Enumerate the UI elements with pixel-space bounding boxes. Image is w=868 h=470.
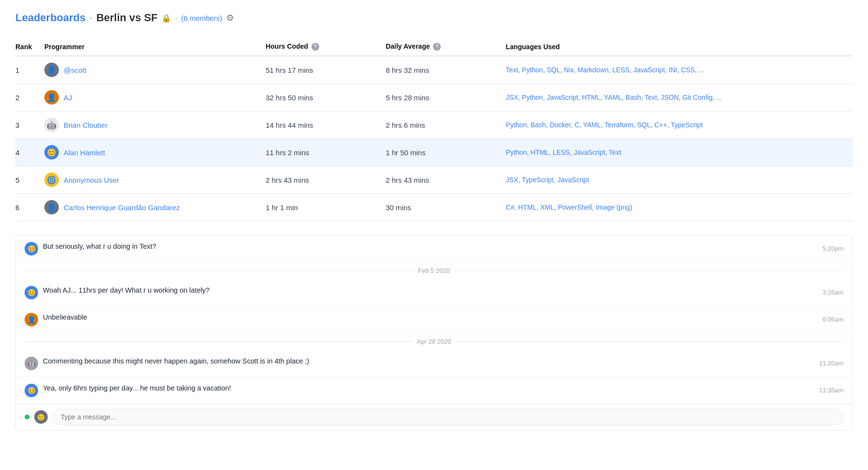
page-header: Leaderboards · Berlin vs SF 🔒 · (6 membe…: [15, 12, 853, 24]
chat-text: But seriously, what r u doing in Text?: [43, 242, 810, 252]
message-input[interactable]: [53, 409, 843, 425]
languages-cell: Python, HTML, LESS, JavaScript, Text: [506, 139, 853, 166]
programmer-cell: 😊 Alan Hamlett: [44, 139, 266, 166]
rank-cell: 3: [15, 111, 44, 139]
programmer-link[interactable]: AJ: [64, 94, 72, 102]
chat-avatar: 😊: [25, 242, 38, 255]
rank-cell: 6: [15, 194, 44, 221]
daily-average-cell: 8 hrs 32 mins: [386, 56, 506, 84]
chat-time: 11:20am: [811, 360, 843, 367]
chat-message: 😊 Yea, only 6hrs typing per day... he mu…: [16, 377, 852, 403]
chat-message: 🤖 Commenting because this might never ha…: [16, 350, 852, 377]
hours-coded-cell: 11 hrs 2 mins: [266, 139, 386, 166]
programmer-link[interactable]: Anonymous User: [64, 176, 119, 184]
chat-avatar: 😊: [25, 384, 38, 397]
table-row: 3 🤖 Brian Cloutier 14 hrs 44 mins 2 hrs …: [15, 111, 853, 139]
chat-section: 😊 But seriously, what r u doing in Text?…: [15, 235, 853, 430]
languages-cell: Python, Bash, Docker, C, YAML, Terraform…: [506, 111, 853, 139]
languages-cell: C#, HTML, XML, PowerShell, Image (png): [506, 194, 853, 221]
chat-messages: 😊 But seriously, what r u doing in Text?…: [16, 235, 852, 403]
programmer-link[interactable]: Brian Cloutier: [64, 121, 108, 129]
leaderboards-link[interactable]: Leaderboards: [15, 12, 86, 24]
chat-input-area: 🙂: [16, 403, 852, 430]
programmer-cell: 🤖 Brian Cloutier: [44, 111, 266, 139]
divider-line: [25, 270, 413, 271]
chat-avatar: 😊: [25, 286, 38, 299]
table-row: 2 👤 AJ 32 hrs 50 mins 5 hrs 28 mins JSX,…: [15, 84, 853, 111]
daily-average-cell: 2 hrs 43 mins: [386, 166, 506, 194]
hours-coded-cell: 14 hrs 44 mins: [266, 111, 386, 139]
hours-coded-info-icon[interactable]: ?: [312, 43, 319, 51]
languages-cell: JSX, TypeScript, JavaScript: [506, 166, 853, 194]
lock-icon: 🔒: [162, 13, 171, 23]
chat-message: 😊 Woah AJ... 11hrs per day! What r u wor…: [16, 279, 852, 306]
divider-line: [25, 341, 412, 342]
avatar: 👤: [44, 63, 59, 77]
hours-coded-cell: 2 hrs 43 mins: [266, 166, 386, 194]
chat-text: Yea, only 6hrs typing per day... he must…: [43, 383, 806, 394]
avatar: 🌀: [44, 173, 59, 187]
date-label: Apr 28 2020: [417, 338, 451, 345]
chat-avatar: 🤖: [25, 357, 38, 370]
avatar: 👤: [44, 200, 59, 215]
chat-text: Unbelieavable: [43, 312, 810, 323]
languages-cell: JSX, Python, JavaScript, HTML, YAML, Bas…: [506, 84, 853, 111]
members-link[interactable]: (6 members): [181, 14, 222, 22]
online-indicator: [25, 415, 29, 419]
group-name: Berlin vs SF: [96, 12, 158, 24]
chat-message: 😊 But seriously, what r u doing in Text?…: [16, 235, 852, 262]
chat-text: Commenting because this might never happ…: [43, 356, 806, 367]
daily-average-info-icon[interactable]: ?: [433, 43, 441, 51]
avatar: 👤: [44, 90, 59, 105]
chat-message: 👤 Unbelieavable 6:06am: [16, 306, 852, 333]
programmer-cell: 👤 AJ: [44, 84, 266, 111]
col-rank: Rank: [15, 38, 44, 56]
hours-coded-cell: 1 hr 1 min: [266, 194, 386, 221]
current-user-avatar: 🙂: [34, 410, 48, 424]
hours-coded-cell: 32 hrs 50 mins: [266, 84, 386, 111]
date-divider: Feb 5 2020: [16, 262, 852, 279]
programmer-cell: 👤 @scott: [44, 56, 266, 84]
daily-average-cell: 5 hrs 28 mins: [386, 84, 506, 111]
avatar: 🤖: [44, 118, 59, 132]
programmer-link[interactable]: @scott: [64, 66, 86, 74]
programmer-link[interactable]: Carlos Henrique Guardão Gandarez: [64, 203, 180, 212]
table-row: 1 👤 @scott 51 hrs 17 mins 8 hrs 32 mins …: [15, 56, 853, 84]
rank-cell: 4: [15, 139, 44, 166]
programmer-link[interactable]: Alan Hamlett: [64, 148, 105, 157]
date-divider: Apr 28 2020: [16, 333, 852, 350]
chat-time: 6:06am: [815, 316, 843, 323]
table-row: 5 🌀 Anonymous User 2 hrs 43 mins 2 hrs 4…: [15, 166, 853, 194]
date-label: Feb 5 2020: [418, 267, 450, 274]
col-hours-coded: Hours Coded ?: [266, 38, 386, 56]
divider-line: [456, 341, 843, 342]
table-row: 4 😊 Alan Hamlett 11 hrs 2 mins 1 hr 50 m…: [15, 139, 853, 166]
col-daily-average: Daily Average ?: [386, 38, 506, 56]
chat-time: 11:35am: [811, 387, 843, 394]
chat-text: Woah AJ... 11hrs per day! What r u worki…: [43, 285, 810, 296]
header-separator: ·: [90, 12, 93, 24]
chat-time: 3:26am: [815, 289, 843, 296]
avatar: 😊: [44, 145, 59, 160]
settings-button[interactable]: ⚙: [226, 13, 234, 23]
daily-average-cell: 1 hr 50 mins: [386, 139, 506, 166]
chat-avatar: 👤: [25, 313, 38, 326]
chat-time: 5:20pm: [815, 245, 843, 252]
leaderboard-table: Rank Programmer Hours Coded ? Daily Aver…: [15, 38, 853, 221]
rank-cell: 5: [15, 166, 44, 194]
hours-coded-cell: 51 hrs 17 mins: [266, 56, 386, 84]
programmer-cell: 👤 Carlos Henrique Guardão Gandarez: [44, 194, 266, 221]
dot-separator: ·: [175, 13, 177, 23]
divider-line: [455, 270, 843, 271]
col-programmer: Programmer: [44, 38, 266, 56]
daily-average-cell: 2 hrs 6 mins: [386, 111, 506, 139]
programmer-cell: 🌀 Anonymous User: [44, 166, 266, 194]
col-languages-used: Languages Used: [506, 38, 853, 56]
rank-cell: 2: [15, 84, 44, 111]
languages-cell: Text, Python, SQL, Nix, Markdown, LESS, …: [506, 56, 853, 84]
table-row: 6 👤 Carlos Henrique Guardão Gandarez 1 h…: [15, 194, 853, 221]
rank-cell: 1: [15, 56, 44, 84]
daily-average-cell: 30 mins: [386, 194, 506, 221]
